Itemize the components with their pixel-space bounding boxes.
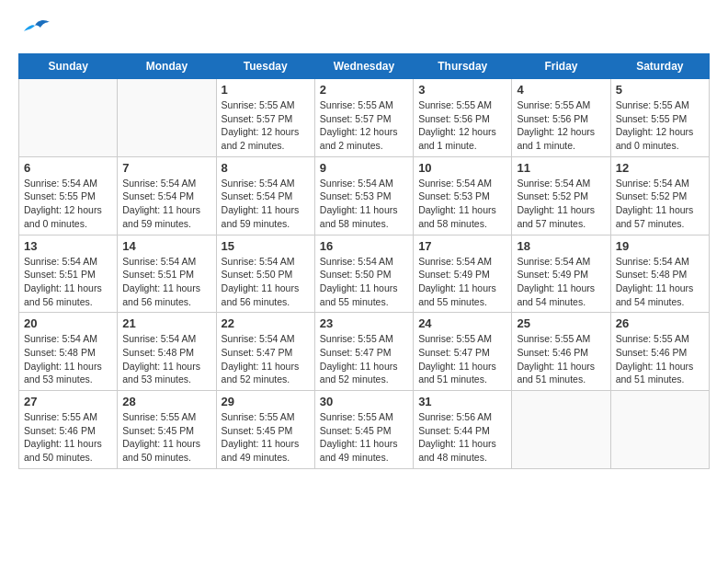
- calendar-cell: 23Sunrise: 5:55 AM Sunset: 5:47 PM Dayli…: [314, 313, 413, 391]
- calendar-cell: 1Sunrise: 5:55 AM Sunset: 5:57 PM Daylig…: [216, 79, 314, 157]
- day-info: Sunrise: 5:54 AM Sunset: 5:51 PM Dayligh…: [24, 255, 112, 309]
- day-header-monday: Monday: [118, 54, 216, 79]
- day-info: Sunrise: 5:54 AM Sunset: 5:53 PM Dayligh…: [418, 177, 506, 231]
- calendar-cell: 30Sunrise: 5:55 AM Sunset: 5:45 PM Dayli…: [314, 391, 413, 469]
- day-info: Sunrise: 5:56 AM Sunset: 5:44 PM Dayligh…: [418, 410, 506, 465]
- day-info: Sunrise: 5:54 AM Sunset: 5:54 PM Dayligh…: [222, 177, 310, 231]
- day-number: 20: [24, 316, 112, 330]
- calendar-cell: 25Sunrise: 5:55 AM Sunset: 5:46 PM Dayli…: [512, 313, 610, 391]
- day-number: 7: [122, 161, 210, 175]
- day-info: Sunrise: 5:54 AM Sunset: 5:52 PM Dayligh…: [616, 177, 704, 231]
- calendar-week-3: 13Sunrise: 5:54 AM Sunset: 5:51 PM Dayli…: [19, 235, 710, 313]
- day-info: Sunrise: 5:54 AM Sunset: 5:47 PM Dayligh…: [222, 332, 310, 386]
- day-info: Sunrise: 5:55 AM Sunset: 5:45 PM Dayligh…: [122, 410, 210, 465]
- day-number: 29: [222, 395, 310, 408]
- calendar-cell: 29Sunrise: 5:55 AM Sunset: 5:45 PM Dayli…: [216, 391, 314, 469]
- day-info: Sunrise: 5:54 AM Sunset: 5:55 PM Dayligh…: [24, 177, 112, 231]
- day-number: 23: [320, 316, 408, 330]
- calendar-cell: 4Sunrise: 5:55 AM Sunset: 5:56 PM Daylig…: [512, 79, 610, 157]
- page-header: [18, 18, 710, 44]
- day-header-friday: Friday: [512, 54, 610, 79]
- calendar-cell: 22Sunrise: 5:54 AM Sunset: 5:47 PM Dayli…: [216, 313, 314, 391]
- calendar-cell: 27Sunrise: 5:55 AM Sunset: 5:46 PM Dayli…: [19, 391, 118, 469]
- calendar-week-1: 1Sunrise: 5:55 AM Sunset: 5:57 PM Daylig…: [19, 79, 710, 157]
- calendar-cell: 5Sunrise: 5:55 AM Sunset: 5:55 PM Daylig…: [610, 79, 709, 157]
- day-number: 24: [418, 316, 506, 330]
- day-number: 19: [616, 239, 704, 253]
- day-number: 14: [122, 239, 210, 253]
- day-info: Sunrise: 5:55 AM Sunset: 5:45 PM Dayligh…: [222, 410, 310, 465]
- day-number: 11: [517, 161, 605, 175]
- calendar-cell: 18Sunrise: 5:54 AM Sunset: 5:49 PM Dayli…: [512, 235, 610, 313]
- day-info: Sunrise: 5:55 AM Sunset: 5:56 PM Dayligh…: [517, 98, 605, 153]
- day-header-saturday: Saturday: [610, 54, 709, 79]
- day-info: Sunrise: 5:54 AM Sunset: 5:48 PM Dayligh…: [122, 332, 210, 386]
- day-info: Sunrise: 5:54 AM Sunset: 5:48 PM Dayligh…: [616, 255, 704, 309]
- day-info: Sunrise: 5:55 AM Sunset: 5:47 PM Dayligh…: [320, 332, 408, 386]
- calendar-cell: [19, 79, 118, 157]
- day-info: Sunrise: 5:54 AM Sunset: 5:51 PM Dayligh…: [122, 255, 210, 309]
- day-number: 13: [24, 239, 112, 253]
- day-info: Sunrise: 5:54 AM Sunset: 5:49 PM Dayligh…: [418, 255, 506, 309]
- calendar-cell: 14Sunrise: 5:54 AM Sunset: 5:51 PM Dayli…: [118, 235, 216, 313]
- day-number: 18: [517, 239, 605, 253]
- day-info: Sunrise: 5:54 AM Sunset: 5:52 PM Dayligh…: [517, 177, 605, 231]
- day-info: Sunrise: 5:54 AM Sunset: 5:54 PM Dayligh…: [122, 177, 210, 231]
- day-number: 9: [320, 161, 408, 175]
- day-info: Sunrise: 5:55 AM Sunset: 5:55 PM Dayligh…: [616, 98, 704, 153]
- day-info: Sunrise: 5:54 AM Sunset: 5:50 PM Dayligh…: [320, 255, 408, 309]
- day-number: 10: [418, 161, 506, 175]
- day-info: Sunrise: 5:54 AM Sunset: 5:49 PM Dayligh…: [517, 255, 605, 309]
- calendar-cell: [610, 391, 709, 469]
- day-header-tuesday: Tuesday: [216, 54, 314, 79]
- calendar-cell: 16Sunrise: 5:54 AM Sunset: 5:50 PM Dayli…: [314, 235, 413, 313]
- calendar-cell: 21Sunrise: 5:54 AM Sunset: 5:48 PM Dayli…: [118, 313, 216, 391]
- day-number: 15: [222, 239, 310, 253]
- day-info: Sunrise: 5:54 AM Sunset: 5:53 PM Dayligh…: [320, 177, 408, 231]
- calendar-cell: [118, 79, 216, 157]
- calendar-cell: 3Sunrise: 5:55 AM Sunset: 5:56 PM Daylig…: [414, 79, 512, 157]
- day-number: 25: [517, 316, 605, 330]
- day-number: 22: [222, 316, 310, 330]
- day-info: Sunrise: 5:55 AM Sunset: 5:45 PM Dayligh…: [320, 410, 408, 465]
- day-number: 26: [616, 316, 704, 330]
- day-number: 27: [24, 395, 112, 408]
- calendar-week-4: 20Sunrise: 5:54 AM Sunset: 5:48 PM Dayli…: [19, 313, 710, 391]
- day-number: 16: [320, 239, 408, 253]
- calendar-cell: 8Sunrise: 5:54 AM Sunset: 5:54 PM Daylig…: [216, 156, 314, 235]
- day-info: Sunrise: 5:55 AM Sunset: 5:46 PM Dayligh…: [517, 332, 605, 386]
- calendar-cell: 24Sunrise: 5:55 AM Sunset: 5:47 PM Dayli…: [414, 313, 512, 391]
- calendar-week-5: 27Sunrise: 5:55 AM Sunset: 5:46 PM Dayli…: [19, 391, 710, 469]
- day-number: 2: [320, 83, 408, 97]
- calendar-cell: 6Sunrise: 5:54 AM Sunset: 5:55 PM Daylig…: [19, 156, 118, 235]
- day-info: Sunrise: 5:55 AM Sunset: 5:46 PM Dayligh…: [24, 410, 112, 465]
- day-number: 4: [517, 83, 605, 97]
- calendar-cell: 7Sunrise: 5:54 AM Sunset: 5:54 PM Daylig…: [118, 156, 216, 235]
- calendar-cell: 9Sunrise: 5:54 AM Sunset: 5:53 PM Daylig…: [314, 156, 413, 235]
- calendar-cell: 28Sunrise: 5:55 AM Sunset: 5:45 PM Dayli…: [118, 391, 216, 469]
- day-header-sunday: Sunday: [19, 54, 118, 79]
- day-number: 5: [616, 83, 704, 97]
- day-number: 17: [418, 239, 506, 253]
- calendar-cell: 17Sunrise: 5:54 AM Sunset: 5:49 PM Dayli…: [414, 235, 512, 313]
- calendar-cell: 11Sunrise: 5:54 AM Sunset: 5:52 PM Dayli…: [512, 156, 610, 235]
- day-info: Sunrise: 5:55 AM Sunset: 5:47 PM Dayligh…: [418, 332, 506, 386]
- calendar-cell: 26Sunrise: 5:55 AM Sunset: 5:46 PM Dayli…: [610, 313, 709, 391]
- calendar-table: SundayMondayTuesdayWednesdayThursdayFrid…: [18, 53, 710, 469]
- day-number: 31: [418, 395, 506, 408]
- calendar-cell: 20Sunrise: 5:54 AM Sunset: 5:48 PM Dayli…: [19, 313, 118, 391]
- day-number: 6: [24, 161, 112, 175]
- day-number: 8: [222, 161, 310, 175]
- calendar-cell: 31Sunrise: 5:56 AM Sunset: 5:44 PM Dayli…: [414, 391, 512, 469]
- calendar-cell: [512, 391, 610, 469]
- day-number: 30: [320, 395, 408, 408]
- day-info: Sunrise: 5:55 AM Sunset: 5:57 PM Dayligh…: [222, 98, 310, 153]
- day-info: Sunrise: 5:54 AM Sunset: 5:48 PM Dayligh…: [24, 332, 112, 386]
- day-header-wednesday: Wednesday: [314, 54, 413, 79]
- day-number: 3: [418, 83, 506, 97]
- calendar-cell: 2Sunrise: 5:55 AM Sunset: 5:57 PM Daylig…: [314, 79, 413, 157]
- day-number: 12: [616, 161, 704, 175]
- day-info: Sunrise: 5:55 AM Sunset: 5:46 PM Dayligh…: [616, 332, 704, 386]
- day-info: Sunrise: 5:55 AM Sunset: 5:56 PM Dayligh…: [418, 98, 506, 153]
- day-header-thursday: Thursday: [414, 54, 512, 79]
